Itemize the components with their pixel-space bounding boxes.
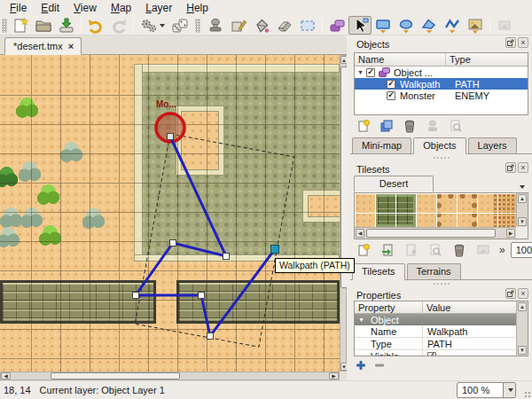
- open-button[interactable]: [32, 16, 55, 35]
- object-layer-row[interactable]: ▼ ✓ Object ...: [355, 66, 528, 78]
- tileset-zoom-combo[interactable]: 100 %: [511, 242, 532, 258]
- properties-scrollbar[interactable]: ▲ ▼: [516, 301, 528, 356]
- panel-resize-handle[interactable]: [350, 157, 532, 160]
- polyline-handles[interactable]: [133, 134, 279, 340]
- tab-close-icon[interactable]: ×: [68, 43, 74, 51]
- combo-dropdown-button[interactable]: [503, 383, 515, 397]
- property-value[interactable]: PATH: [423, 338, 516, 349]
- expander-icon[interactable]: ▼: [358, 317, 367, 323]
- tab-desert-tmx[interactable]: *desert.tmx ×: [4, 37, 82, 55]
- close-panel-button[interactable]: ×: [518, 162, 528, 173]
- scroll-up-icon[interactable]: ▲: [518, 194, 527, 203]
- scroll-left-icon[interactable]: ◀: [1, 372, 11, 379]
- map-zoom-combo[interactable]: 100 %: [457, 382, 516, 398]
- property-row-type[interactable]: Type PATH: [355, 338, 516, 350]
- undo-button[interactable]: [84, 16, 107, 35]
- object-properties-button[interactable]: [446, 118, 465, 134]
- menu-view[interactable]: View: [67, 1, 103, 15]
- scroll-down-icon[interactable]: ▼: [518, 346, 527, 355]
- scroll-left-icon[interactable]: ◀: [356, 229, 364, 238]
- map-horizontal-scrollbar[interactable]: ◀ ▶: [0, 372, 340, 380]
- tab-tilesets[interactable]: Tilesets: [352, 263, 405, 280]
- float-panel-button[interactable]: [505, 37, 516, 48]
- new-object-button[interactable]: [354, 118, 372, 134]
- rect-select-button[interactable]: [296, 16, 319, 35]
- insert-ellipse-button[interactable]: [395, 16, 418, 35]
- select-objects-button[interactable]: [348, 16, 372, 35]
- scroll-down-icon[interactable]: ▼: [518, 217, 527, 226]
- property-row-name[interactable]: Name Walkpath: [355, 325, 516, 338]
- column-type[interactable]: Type: [446, 53, 528, 66]
- bucket-fill-button[interactable]: [250, 16, 273, 35]
- tileset-h-scrollbar[interactable]: ◀ ▶: [355, 227, 516, 239]
- tab-mini-map[interactable]: Mini-map: [352, 137, 411, 153]
- remove-property-button[interactable]: [372, 359, 386, 371]
- new-layer-button[interactable]: [325, 16, 348, 35]
- new-map-button[interactable]: [9, 16, 32, 35]
- resize-grip[interactable]: [524, 391, 531, 398]
- import-tileset-button[interactable]: [378, 242, 396, 258]
- remove-tileset-button[interactable]: [450, 242, 468, 258]
- close-panel-button[interactable]: ×: [518, 288, 528, 299]
- tab-layers[interactable]: Layers: [468, 137, 517, 153]
- terrain-brush-button[interactable]: [227, 16, 250, 35]
- column-name[interactable]: Name: [355, 53, 446, 66]
- scroll-right-icon[interactable]: ▶: [506, 229, 515, 238]
- save-button[interactable]: [55, 16, 78, 35]
- visible-checkbox[interactable]: ✓: [427, 352, 436, 357]
- stamp-brush-button[interactable]: [204, 16, 227, 35]
- tab-terrains[interactable]: Terrains: [407, 263, 461, 279]
- tab-objects[interactable]: Objects: [413, 137, 466, 154]
- hovered-handle[interactable]: [271, 246, 279, 254]
- insert-tile-object-button[interactable]: [464, 16, 487, 35]
- map-canvas[interactable]: Mo...: [0, 55, 340, 372]
- menu-file[interactable]: File: [4, 1, 33, 15]
- new-tileset-button[interactable]: [354, 242, 372, 258]
- tileset-properties-button[interactable]: [426, 242, 444, 258]
- panel-resize-handle[interactable]: [350, 283, 532, 286]
- close-panel-button[interactable]: ×: [518, 37, 528, 48]
- raise-object-button[interactable]: [423, 118, 442, 134]
- monster-row[interactable]: ✓ Monster ENEMY: [355, 90, 528, 101]
- scroll-right-icon[interactable]: ▶: [329, 372, 339, 379]
- duplicate-object-button[interactable]: [377, 118, 395, 134]
- h-scroll-thumb[interactable]: [366, 229, 496, 238]
- walkpath-polyline[interactable]: [136, 137, 275, 336]
- map-vertical-scrollbar[interactable]: ▲ ▼: [340, 55, 347, 372]
- delete-object-button[interactable]: [400, 118, 419, 134]
- property-value[interactable]: Walkpath: [423, 325, 516, 337]
- insert-rectangle-button[interactable]: [372, 16, 395, 35]
- edit-terrain-button[interactable]: [473, 242, 492, 258]
- property-value[interactable]: ✓: [423, 350, 516, 356]
- redo-button[interactable]: [107, 16, 130, 35]
- export-tileset-button[interactable]: [402, 242, 420, 258]
- h-scroll-thumb[interactable]: [51, 372, 180, 379]
- menu-edit[interactable]: Edit: [35, 1, 66, 15]
- random-mode-button[interactable]: [168, 16, 192, 35]
- add-property-button[interactable]: [354, 359, 367, 371]
- float-panel-button[interactable]: [505, 162, 516, 173]
- tileset-tiles[interactable]: [355, 193, 516, 227]
- object-visible-checkbox[interactable]: ✓: [387, 80, 395, 89]
- object-visible-checkbox[interactable]: ✓: [387, 91, 395, 100]
- tileset-view[interactable]: ▲ ▼ ◀ ▶: [354, 192, 528, 239]
- float-panel-button[interactable]: [505, 288, 516, 299]
- toolbar-overflow-chevron[interactable]: »: [499, 244, 505, 256]
- disabled-tool-button[interactable]: [493, 16, 516, 35]
- commands-button[interactable]: [137, 16, 168, 35]
- layer-visible-checkbox[interactable]: ✓: [366, 68, 375, 77]
- column-property[interactable]: Property: [355, 301, 423, 314]
- expander-icon[interactable]: ▼: [357, 69, 366, 75]
- menu-layer[interactable]: Layer: [139, 1, 178, 15]
- tileset-dropdown-icon[interactable]: [520, 185, 525, 189]
- commands-dropdown-arrow[interactable]: [160, 24, 165, 27]
- toolbar-drag-handle[interactable]: [195, 19, 200, 33]
- property-row-visible[interactable]: Visible ✓: [355, 350, 516, 356]
- menu-help[interactable]: Help: [180, 1, 215, 15]
- tab-desert-tileset[interactable]: Desert: [354, 176, 434, 192]
- walkpath-row[interactable]: ✓ Walkpath PATH: [355, 78, 528, 90]
- insert-polyline-button[interactable]: [441, 16, 464, 35]
- eraser-button[interactable]: [273, 16, 296, 35]
- tileset-v-scrollbar[interactable]: ▲ ▼: [516, 193, 528, 227]
- scroll-up-icon[interactable]: ▲: [518, 302, 527, 311]
